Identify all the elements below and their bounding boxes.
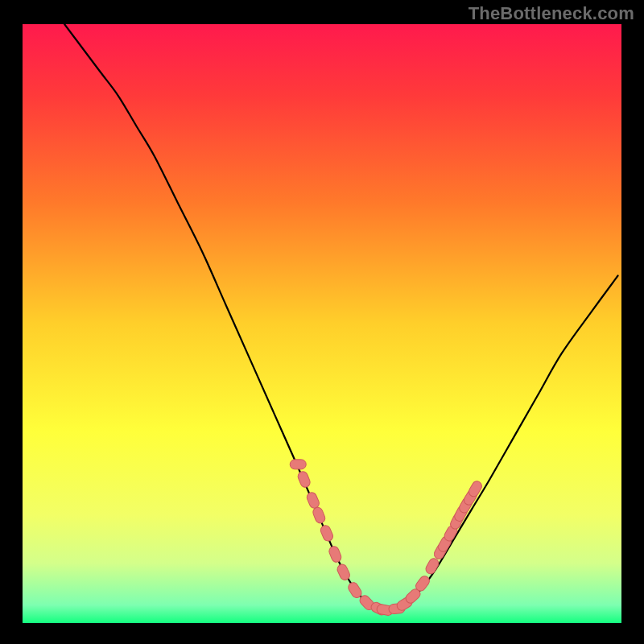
chart-svg xyxy=(23,24,621,623)
plot-area xyxy=(23,24,621,623)
watermark-text: TheBottleneck.com xyxy=(469,3,634,24)
marker-point xyxy=(290,460,306,469)
chart-frame: TheBottleneck.com xyxy=(0,0,644,644)
